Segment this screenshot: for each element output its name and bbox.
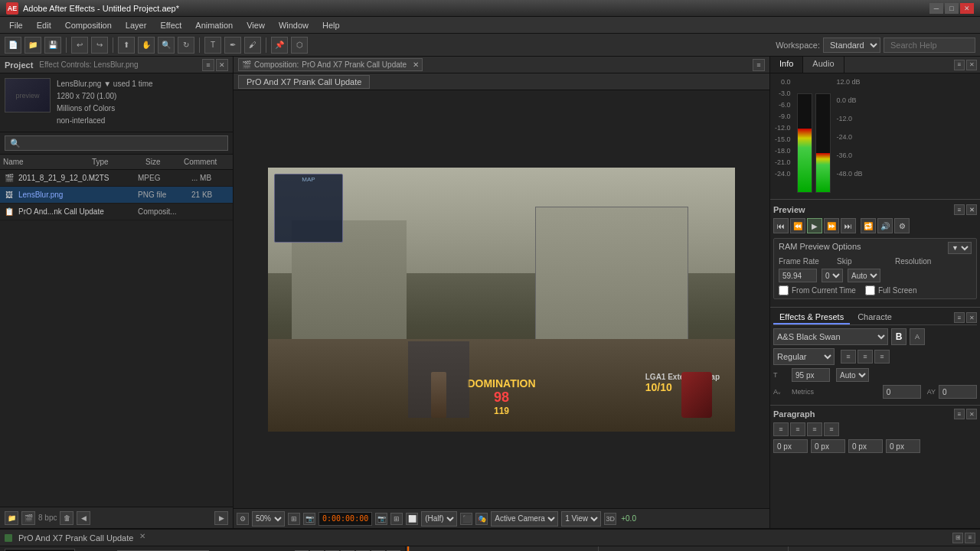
ram-preview-dropdown[interactable]: ▼ — [948, 242, 972, 254]
redo-button[interactable]: ↪ — [91, 37, 108, 54]
project-item-0[interactable]: 🎬 2011_8_21_9_12_0.M2TS MPEG ... MB — [0, 170, 233, 187]
panel-close-btn[interactable]: ✕ — [216, 59, 228, 71]
para-close[interactable]: ✕ — [966, 409, 977, 419]
para-indent-left[interactable] — [773, 439, 808, 453]
transparency-btn[interactable]: ⬜ — [406, 513, 418, 525]
delete-btn[interactable]: 🗑 — [60, 511, 74, 525]
go-to-start-btn[interactable]: ⏮ — [773, 218, 789, 233]
project-search-input[interactable] — [5, 135, 228, 151]
para-space-before[interactable] — [848, 439, 883, 453]
minimize-button[interactable]: ─ — [929, 3, 943, 14]
close-button[interactable]: ✕ — [960, 3, 974, 14]
para-right[interactable]: ≡ — [807, 422, 822, 436]
align-center-btn[interactable]: ≡ — [858, 350, 873, 364]
menu-file[interactable]: File — [3, 19, 29, 31]
snapshot-btn[interactable]: 📷 — [303, 513, 315, 525]
views-select[interactable]: 1 View — [561, 511, 601, 527]
loop-btn[interactable]: 🔁 — [861, 218, 876, 233]
effect-controls-tab[interactable]: Effect Controls: LensBlur.png — [39, 60, 138, 69]
font-size-input[interactable] — [792, 368, 830, 382]
fit-to-screen-btn[interactable]: ⊞ — [288, 513, 300, 525]
timeline-menu[interactable]: ≡ — [965, 533, 975, 543]
info-tab[interactable]: Info — [770, 57, 803, 73]
font-select[interactable]: A&S Black Swan — [773, 328, 888, 345]
audio-btn[interactable]: 🔊 — [877, 218, 893, 233]
step-back-btn[interactable]: ⏪ — [790, 218, 805, 233]
workspace-select[interactable]: Standard — [823, 37, 880, 53]
timeline-timecode[interactable]: 0:00:00:00 — [5, 549, 75, 552]
new-button[interactable]: 📄 — [5, 37, 21, 54]
3d-btn[interactable]: 3D — [604, 513, 616, 525]
pen-tool[interactable]: ✒ — [224, 37, 241, 54]
menu-animation[interactable]: Animation — [189, 19, 239, 31]
new-comp-btn[interactable]: 🎬 — [21, 511, 35, 525]
effects-panel-close[interactable]: ✕ — [966, 312, 977, 323]
bold-btn[interactable]: B — [891, 328, 906, 345]
comp-settings-btn[interactable]: ⚙ — [237, 513, 249, 525]
size-auto-select[interactable]: Auto — [836, 368, 869, 382]
para-left[interactable]: ≡ — [773, 422, 789, 436]
from-current-checkbox[interactable] — [779, 285, 789, 295]
zoom-tool[interactable]: 🔍 — [158, 37, 175, 54]
align-right-btn[interactable]: ≡ — [874, 350, 890, 364]
play-btn[interactable]: ▶ — [807, 218, 822, 233]
maximize-button[interactable]: □ — [945, 3, 959, 14]
metrics-input[interactable] — [883, 385, 921, 399]
panel-menu-btn[interactable]: ≡ — [202, 59, 214, 71]
puppet-tool[interactable]: 📌 — [271, 37, 288, 54]
hand-tool[interactable]: ✋ — [138, 37, 155, 54]
para-center[interactable]: ≡ — [790, 422, 805, 436]
open-button[interactable]: 📁 — [24, 37, 41, 54]
resolution-select-preview[interactable]: Auto — [848, 269, 880, 282]
menu-window[interactable]: Window — [273, 19, 315, 31]
para-indent-right[interactable] — [811, 439, 845, 453]
timeline-expand[interactable]: ⊞ — [952, 533, 963, 543]
grid-btn[interactable]: ⊞ — [390, 513, 403, 525]
para-justify[interactable]: ≡ — [824, 422, 839, 436]
align-left-btn[interactable]: ≡ — [841, 350, 856, 364]
para-space-after[interactable] — [886, 439, 920, 453]
font-style-select[interactable]: Regular — [773, 348, 835, 365]
preview-panel-close[interactable]: ✕ — [966, 204, 977, 215]
camera-select[interactable]: Active Camera — [491, 511, 558, 527]
project-item-2[interactable]: 📋 PrO And...nk Call Update Composit... — [0, 204, 233, 220]
right-panel-menu[interactable]: ≡ — [954, 60, 965, 70]
new-folder-btn[interactable]: 📁 — [5, 511, 18, 525]
prev-item-btn[interactable]: ◀ — [77, 511, 90, 525]
save-button[interactable]: 💾 — [44, 37, 61, 54]
para-menu[interactable]: ≡ — [954, 409, 965, 419]
ay-input[interactable] — [939, 385, 977, 399]
shape-tool[interactable]: ⬡ — [291, 37, 308, 54]
camera-btn[interactable]: 📷 — [375, 513, 387, 525]
go-to-end-btn[interactable]: ⏭ — [841, 218, 856, 233]
preview-panel-menu[interactable]: ≡ — [954, 204, 965, 215]
comp-close-btn[interactable]: ✕ — [413, 60, 419, 69]
text-tool[interactable]: T — [204, 37, 221, 54]
menu-composition[interactable]: Composition — [59, 19, 118, 31]
resolution-select[interactable]: (Half) — [421, 511, 457, 527]
character-tab[interactable]: Characte — [851, 311, 898, 324]
menu-layer[interactable]: Layer — [119, 19, 153, 31]
zoom-select[interactable]: 50% — [252, 511, 285, 527]
full-screen-checkbox[interactable] — [865, 285, 875, 295]
menu-edit[interactable]: Edit — [31, 19, 57, 31]
next-item-btn[interactable]: ▶ — [214, 511, 228, 525]
undo-button[interactable]: ↩ — [71, 37, 88, 54]
frame-rate-input[interactable] — [779, 269, 817, 282]
paint-tool[interactable]: 🖌 — [244, 37, 261, 54]
preview-options-btn[interactable]: ⚙ — [894, 218, 910, 233]
effects-presets-tab[interactable]: Effects & Presets — [773, 311, 850, 324]
search-help-input[interactable] — [884, 37, 975, 53]
roi-btn[interactable]: ⬛ — [460, 513, 472, 525]
project-item-1[interactable]: 🖼 LensBlur.png PNG file 21 KB — [0, 187, 233, 204]
effects-panel-menu[interactable]: ≡ — [954, 312, 965, 323]
menu-view[interactable]: View — [240, 19, 271, 31]
right-panel-close[interactable]: ✕ — [966, 60, 977, 70]
skip-select[interactable]: 0 — [822, 269, 843, 282]
menu-help[interactable]: Help — [316, 19, 346, 31]
mask-btn[interactable]: 🎭 — [475, 513, 488, 525]
comp-main-tab[interactable]: PrO And X7 Prank Call Update — [238, 75, 370, 89]
step-forward-btn[interactable]: ⏩ — [824, 218, 839, 233]
comp-panel-menu[interactable]: ≡ — [753, 59, 765, 71]
composition-viewport[interactable]: MAP DOMINATION 98 119 LGA1 Ext — [234, 90, 769, 508]
